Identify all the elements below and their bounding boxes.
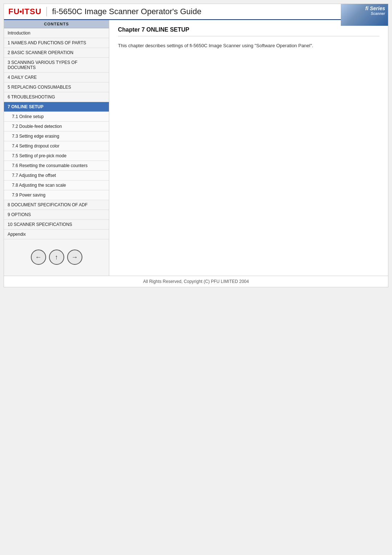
- sidebar-item-ch3[interactable]: 3 SCANNING VARIOUS TYPES OF DOCUMENTS: [4, 58, 109, 73]
- chapter-title: Chapter 7 ONLINE SETUP: [118, 27, 379, 36]
- logo-container: FUITSU: [8, 7, 47, 16]
- sidebar-item-ch7-5[interactable]: 7.5 Setting of pre-pick mode: [4, 151, 109, 161]
- nav-forward-button[interactable]: →: [67, 250, 82, 265]
- sidebar-item-ch10[interactable]: 10 SCANNER SPECIFICATIONS: [4, 220, 109, 230]
- sidebar-item-ch7-1[interactable]: 7.1 Online setup: [4, 112, 109, 122]
- page-title: fi-5650C Image Scanner Operator's Guide: [52, 7, 384, 16]
- sidebar-item-ch7-2[interactable]: 7.2 Double-feed detection: [4, 122, 109, 131]
- copyright-text: All Rights Reserved, Copyright (C) PFU L…: [143, 279, 249, 284]
- sidebar-item-ch2[interactable]: 2 BASIC SCANNER OPERATION: [4, 48, 109, 58]
- nav-up-button[interactable]: ↑: [49, 250, 64, 265]
- header: FUITSU fi-5650C Image Scanner Operator's…: [4, 4, 388, 20]
- sidebar: CONTENTS Introduction1 NAMES AND FUNCTIO…: [4, 20, 109, 276]
- sidebar-item-ch5[interactable]: 5 REPLACING CONSUMABLES: [4, 82, 109, 92]
- sidebar-item-ch6[interactable]: 6 TROUBLESHOOTING: [4, 92, 109, 102]
- content-description: This chapter describes settings of fi-56…: [118, 42, 379, 50]
- sidebar-item-ch1[interactable]: 1 NAMES AND FUNCTIONS OF PARTS: [4, 38, 109, 48]
- sidebar-item-ch9[interactable]: 9 OPTIONS: [4, 210, 109, 220]
- sidebar-item-introduction[interactable]: Introduction: [4, 28, 109, 38]
- content-area: Chapter 7 ONLINE SETUP This chapter desc…: [109, 20, 388, 194]
- sidebar-item-ch7-9[interactable]: 7.9 Power saving: [4, 190, 109, 200]
- sidebar-item-ch7-8[interactable]: 7.8 Adjusting the scan scale: [4, 181, 109, 190]
- fujitsu-logo: FUITSU: [8, 7, 41, 16]
- footer: All Rights Reserved, Copyright (C) PFU L…: [4, 276, 388, 287]
- sidebar-item-ch7-3[interactable]: 7.3 Setting edge erasing: [4, 131, 109, 141]
- sidebar-item-appendix[interactable]: Appendix: [4, 230, 109, 239]
- sidebar-item-ch7[interactable]: 7 ONLINE SETUP: [4, 102, 109, 112]
- sidebar-nav-buttons: ← ↑ →: [4, 246, 109, 268]
- nav-back-button[interactable]: ←: [31, 250, 46, 265]
- sidebar-item-ch7-6[interactable]: 7.6 Resetting the consumable counters: [4, 161, 109, 171]
- sidebar-item-ch7-7[interactable]: 7.7 Adjusting the offset: [4, 171, 109, 181]
- sidebar-item-ch8[interactable]: 8 DOCUMENT SPECIFICATION OF ADF: [4, 200, 109, 210]
- main-layout: CONTENTS Introduction1 NAMES AND FUNCTIO…: [4, 20, 388, 276]
- page-wrapper: FUITSU fi-5650C Image Scanner Operator's…: [4, 4, 388, 287]
- sidebar-nav: Introduction1 NAMES AND FUNCTIONS OF PAR…: [4, 28, 109, 239]
- fi-series-badge: fi Series Scanner: [341, 4, 388, 26]
- fi-series-text: fi Series Scanner: [366, 5, 385, 16]
- sidebar-contents-header: CONTENTS: [4, 20, 109, 28]
- sidebar-item-ch7-4[interactable]: 7.4 Setting dropout color: [4, 141, 109, 151]
- sidebar-item-ch4[interactable]: 4 DAILY CARE: [4, 73, 109, 82]
